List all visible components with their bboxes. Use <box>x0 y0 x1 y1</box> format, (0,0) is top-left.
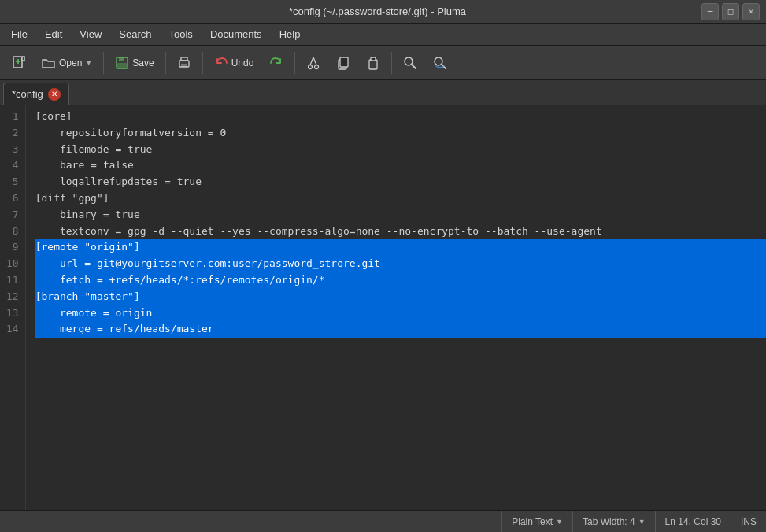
menu-item-search[interactable]: Search <box>111 26 159 42</box>
cut-button[interactable] <box>299 49 327 77</box>
menu-item-documents[interactable]: Documents <box>202 26 270 42</box>
svg-line-13 <box>310 57 313 65</box>
code-line-14: merge = refs/heads/master <box>35 321 766 338</box>
code-line-2: repositoryformatversion = 0 <box>35 125 766 142</box>
svg-line-20 <box>412 65 416 68</box>
code-line-11: fetch = +refs/heads/*:refs/remotes/origi… <box>35 272 766 289</box>
title-bar: *config (~/.password-store/.git) - Pluma… <box>0 0 766 24</box>
status-bar: Plain Text ▼ Tab Width: 4 ▼ Ln 14, Col 3… <box>0 510 766 532</box>
cursor-position: Ln 14, Col 30 <box>655 511 731 532</box>
svg-rect-9 <box>181 57 187 61</box>
line-number-2: 2 <box>6 125 19 142</box>
line-number-6: 6 <box>6 190 19 207</box>
menu-item-file[interactable]: File <box>3 26 35 42</box>
print-button[interactable] <box>170 49 198 77</box>
open-button[interactable]: Open ▼ <box>35 49 99 77</box>
editor-content[interactable]: [core] repositoryformatversion = 0 filem… <box>26 105 766 510</box>
tab-bar: *config ✕ <box>0 80 766 105</box>
line-number-9: 9 <box>6 239 19 256</box>
code-line-12: [branch "master"] <box>35 289 766 305</box>
line-number-12: 12 <box>6 289 19 305</box>
line-number-10: 10 <box>6 256 19 272</box>
line-number-5: 5 <box>6 174 19 190</box>
toolbar-separator-2 <box>165 52 166 74</box>
code-line-8: textconv = gpg -d --quiet --yes --compre… <box>35 224 766 240</box>
line-number-11: 11 <box>6 272 19 289</box>
line-number-8: 8 <box>6 224 19 240</box>
close-button[interactable]: ✕ <box>742 3 760 20</box>
tab-width-selector[interactable]: Tab Width: 4 ▼ <box>572 511 655 532</box>
tab-width-chevron: ▼ <box>638 518 646 526</box>
line-number-13: 13 <box>6 305 19 322</box>
copy-button[interactable] <box>329 49 357 77</box>
code-line-4: bare = false <box>35 157 766 174</box>
svg-point-12 <box>315 65 319 68</box>
window-title: *config (~/.password-store/.git) - Pluma <box>54 6 701 17</box>
find-button[interactable] <box>396 49 424 77</box>
plain-text-selector[interactable]: Plain Text ▼ <box>501 511 572 532</box>
undo-button[interactable]: Undo <box>207 49 261 77</box>
svg-rect-18 <box>371 57 376 61</box>
code-line-10: url = git@yourgitserver.com:user/passwor… <box>35 256 766 272</box>
tab-close-button[interactable]: ✕ <box>48 88 61 101</box>
svg-rect-6 <box>119 57 124 61</box>
toolbar-separator-3 <box>202 52 203 74</box>
code-line-7: binary = true <box>35 207 766 224</box>
menu-item-tools[interactable]: Tools <box>161 26 201 42</box>
new-button[interactable] <box>5 49 33 77</box>
tab-filename: *config <box>12 88 43 100</box>
editor-container: 1234567891011121314 [core] repositoryfor… <box>0 105 766 510</box>
menu-item-view[interactable]: View <box>72 26 109 42</box>
menu-bar: FileEditViewSearchToolsDocumentsHelp <box>0 24 766 46</box>
position-label: Ln 14, Col 30 <box>665 516 721 527</box>
line-number-7: 7 <box>6 207 19 224</box>
line-numbers: 1234567891011121314 <box>0 105 26 510</box>
toolbar: Open ▼ Save Undo <box>0 46 766 80</box>
line-number-4: 4 <box>6 157 19 174</box>
redo-button[interactable] <box>262 49 290 77</box>
code-line-5: logallrefupdates = true <box>35 174 766 190</box>
line-number-14: 14 <box>6 321 19 338</box>
tab-width-label: Tab Width: 4 <box>583 516 635 527</box>
toolbar-separator-1 <box>103 52 104 74</box>
minimize-button[interactable]: ─ <box>701 3 719 20</box>
toolbar-separator-5 <box>391 52 392 74</box>
insert-mode: INS <box>731 511 766 532</box>
code-line-6: [diff "gpg"] <box>35 190 766 207</box>
code-line-3: filemode = true <box>35 142 766 158</box>
line-number-1: 1 <box>6 109 19 125</box>
menu-item-edit[interactable]: Edit <box>37 26 70 42</box>
code-line-9: [remote "origin"] <box>35 239 766 256</box>
plain-text-chevron: ▼ <box>556 518 563 526</box>
code-line-13: remote = origin <box>35 305 766 322</box>
svg-rect-7 <box>117 63 127 68</box>
toolbar-separator-4 <box>294 52 295 74</box>
mode-label: INS <box>741 516 757 527</box>
svg-line-14 <box>313 57 316 65</box>
svg-rect-16 <box>340 57 348 67</box>
code-line-1: [core] <box>35 109 766 125</box>
svg-rect-17 <box>369 60 377 69</box>
replace-button[interactable] <box>426 49 454 77</box>
window-controls: ─ □ ✕ <box>701 3 760 20</box>
file-tab[interactable]: *config ✕ <box>3 83 69 105</box>
svg-rect-10 <box>181 64 187 67</box>
line-number-3: 3 <box>6 142 19 158</box>
save-button[interactable]: Save <box>108 49 161 77</box>
plain-text-label: Plain Text <box>512 516 553 527</box>
paste-button[interactable] <box>359 49 387 77</box>
maximize-button[interactable]: □ <box>722 3 739 20</box>
svg-point-11 <box>309 65 313 68</box>
menu-item-help[interactable]: Help <box>272 26 309 42</box>
